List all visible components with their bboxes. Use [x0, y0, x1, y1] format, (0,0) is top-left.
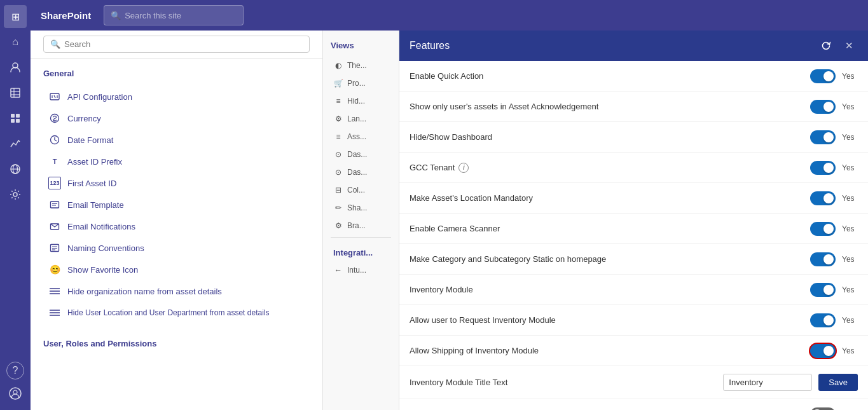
- sidebar-item-hide-org[interactable]: Hide organization name from asset detail…: [43, 280, 310, 302]
- view-item-lang[interactable]: ⚙ Lan...: [331, 110, 391, 128]
- feature-label-inventory-module: Inventory Module: [410, 285, 810, 294]
- sidebar-item-email-notifications[interactable]: Email Notifications: [43, 215, 310, 237]
- sidebar-search-wrap[interactable]: 🔍: [43, 36, 310, 53]
- toggle-category-static[interactable]: [810, 252, 836, 266]
- chart-nav-icon[interactable]: [4, 132, 27, 155]
- features-body: Enable Quick Action Yes Show only user's…: [399, 61, 868, 410]
- lang-view-label: Lan...: [347, 114, 366, 123]
- toggle-thumb-show-user-assets: [823, 102, 834, 112]
- grid-nav-icon[interactable]: ⊞: [4, 5, 27, 28]
- view-item-col[interactable]: ⊟ Col...: [331, 181, 391, 199]
- toggle-track-enable-quick-action: [810, 69, 836, 83]
- view-item-intu[interactable]: ← Intu...: [331, 261, 391, 279]
- feature-row-hide-show-dashboard: Hide/Show Dashboard Yes: [399, 122, 868, 153]
- search-input[interactable]: [125, 11, 226, 20]
- pro-view-label: Pro...: [347, 79, 366, 88]
- integrations-title: Integrati...: [331, 240, 391, 261]
- toggle-allow-request-inventory[interactable]: [810, 313, 836, 327]
- feature-controls-category-static: Yes: [810, 252, 858, 266]
- hide-view-label: Hid...: [347, 97, 365, 106]
- sidebar-item-first-asset-id[interactable]: 123 First Asset ID: [43, 172, 310, 194]
- sidebar-item-show-favorite[interactable]: 😊 Show Favorite Icon: [43, 259, 310, 280]
- sidebar-item-hide-loc[interactable]: Hide User Location and User Department f…: [43, 302, 310, 324]
- view-item-bra[interactable]: ⚙ Bra...: [331, 217, 391, 235]
- intu-view-label: Intu...: [347, 266, 366, 275]
- toggle-gcc-tenant[interactable]: [810, 161, 836, 175]
- currency-icon: [48, 112, 61, 125]
- hide-org-label: Hide organization name from asset detail…: [67, 287, 222, 296]
- show-favorite-label: Show Favorite Icon: [67, 265, 138, 275]
- toggle-label-allow-shipping-inventory: Yes: [842, 346, 858, 355]
- views-panel: Views ◐ The... 🛒 Pro... ≡ Hid... ⚙ Lan..…: [323, 31, 399, 410]
- feature-row-make-location-mandatory: Make Asset's Location Mandatory Yes: [399, 183, 868, 214]
- feature-label-make-location-mandatory: Make Asset's Location Mandatory: [410, 193, 810, 203]
- sidebar-item-naming-conventions[interactable]: Naming Conventions: [43, 237, 310, 259]
- sidebar-item-email-template[interactable]: Email Template: [43, 194, 310, 215]
- inventory-module-title-input[interactable]: [723, 374, 812, 391]
- table-nav-icon[interactable]: [4, 81, 27, 104]
- toggle-make-location-mandatory[interactable]: [810, 191, 836, 205]
- dash1-view-icon: ⊙: [333, 149, 343, 160]
- api-config-icon: [48, 90, 61, 103]
- sidebar-item-asset-id-prefix[interactable]: T Asset ID Prefix: [43, 151, 310, 172]
- feature-controls-allow-shipping-inventory: Yes: [810, 344, 858, 358]
- feature-row-enable-camera-scanner: Enable Camera Scanner Yes: [399, 214, 868, 244]
- feature-controls-enable-camera-scanner: Yes: [810, 222, 858, 236]
- lang-view-icon: ⚙: [333, 114, 343, 124]
- view-item-hide[interactable]: ≡ Hid...: [331, 92, 391, 110]
- feature-label-enable-camera-scanner: Enable Camera Scanner: [410, 224, 810, 233]
- sidebar-item-api[interactable]: API Configuration: [43, 86, 310, 107]
- asset-view-label: Ass...: [347, 132, 366, 141]
- view-item-dash2[interactable]: ⊙ Das...: [331, 163, 391, 181]
- theme-view-icon: ◐: [333, 60, 343, 71]
- settings-nav-icon[interactable]: [4, 183, 27, 206]
- toggle-show-user-assets[interactable]: [810, 100, 836, 114]
- sidebar-item-date-format[interactable]: Date Format: [43, 129, 310, 151]
- home-nav-icon[interactable]: ⌂: [4, 31, 27, 53]
- dash2-view-icon: ⊙: [333, 167, 343, 177]
- inventory-module-title-save-button[interactable]: Save: [818, 374, 858, 391]
- toggle-track-show-user-assets: [810, 100, 836, 114]
- search-box[interactable]: 🔍: [104, 5, 244, 25]
- sidebar-search-input[interactable]: [64, 39, 303, 49]
- sidebar-item-currency[interactable]: Currency: [43, 107, 310, 129]
- help-nav-icon[interactable]: ?: [6, 362, 24, 379]
- view-item-pro[interactable]: 🛒 Pro...: [331, 74, 391, 92]
- toggle-label-category-static: Yes: [842, 255, 858, 264]
- toggle-thumb-make-location-mandatory: [823, 193, 834, 203]
- features-title: Features: [410, 40, 812, 51]
- gcc-tenant-info-icon[interactable]: i: [458, 163, 469, 173]
- feature-controls-enable-quick-action: Yes: [810, 69, 858, 83]
- refresh-header-button[interactable]: [817, 37, 835, 55]
- app-logo: SharePoint: [41, 10, 91, 21]
- top-bar: SharePoint 🔍: [31, 0, 868, 31]
- views-divider: [331, 237, 391, 238]
- toggle-allow-shipping-inventory[interactable]: [810, 344, 836, 358]
- toggle-track-enable-camera-scanner: [810, 222, 836, 236]
- globe-nav-icon[interactable]: [4, 158, 27, 181]
- grid2-nav-icon[interactable]: [4, 107, 27, 130]
- toggle-thumb-gcc-tenant: [823, 163, 834, 173]
- person-nav-icon[interactable]: [4, 56, 27, 79]
- feature-controls-show-user-assets: Yes: [810, 100, 858, 114]
- toggle-track-gcc-tenant: [810, 161, 836, 175]
- user-circle-nav-icon[interactable]: [4, 382, 27, 405]
- toggle-maintenance-module[interactable]: [810, 407, 836, 411]
- feature-row-show-user-assets: Show only user's assets in Asset Acknowl…: [399, 92, 868, 122]
- toggle-enable-camera-scanner[interactable]: [810, 222, 836, 236]
- email-notifications-icon: [48, 220, 61, 233]
- svg-line-22: [55, 140, 57, 141]
- toggle-hide-show-dashboard[interactable]: [810, 130, 836, 144]
- close-header-button[interactable]: ✕: [840, 37, 858, 55]
- view-item-theme[interactable]: ◐ The...: [331, 57, 391, 74]
- toggle-thumb-hide-show-dashboard: [823, 132, 834, 142]
- feature-label-enable-quick-action: Enable Quick Action: [410, 71, 810, 81]
- toggle-inventory-module[interactable]: [810, 283, 836, 297]
- view-item-sha[interactable]: ✏ Sha...: [331, 199, 391, 217]
- view-item-asset[interactable]: ≡ Ass...: [331, 128, 391, 146]
- toggle-enable-quick-action[interactable]: [810, 69, 836, 83]
- view-item-dash1[interactable]: ⊙ Das...: [331, 146, 391, 163]
- toggle-track-inventory-module: [810, 283, 836, 297]
- col-view-icon: ⊟: [333, 185, 343, 195]
- toggle-thumb-enable-camera-scanner: [823, 224, 834, 234]
